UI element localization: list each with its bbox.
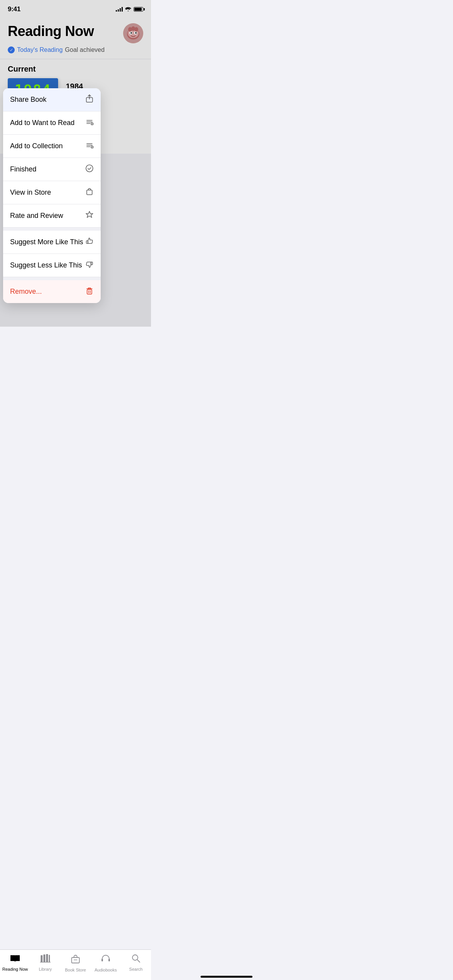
menu-item-want-to-read-label: Add to Want to Read: [10, 119, 74, 127]
menu-item-remove[interactable]: Remove...: [3, 280, 101, 303]
thumbs-up-icon: [85, 237, 94, 247]
menu-separator-2: [3, 277, 101, 280]
context-menu: Share Book Add to Want to Read Add to Co…: [3, 88, 101, 303]
menu-item-view-store-label: View in Store: [10, 188, 51, 197]
menu-item-view-store[interactable]: View in Store: [3, 181, 101, 204]
menu-item-share-book-label: Share Book: [10, 96, 46, 104]
svg-rect-31: [87, 290, 92, 294]
menu-item-add-collection[interactable]: Add to Collection: [3, 135, 101, 158]
svg-rect-29: [86, 241, 88, 243]
menu-item-finished[interactable]: Finished: [3, 158, 101, 181]
thumbs-down-icon: [85, 260, 94, 271]
menu-separator: [3, 228, 101, 231]
finished-check-icon: [85, 164, 94, 175]
menu-item-rate-review[interactable]: Rate and Review: [3, 204, 101, 228]
menu-item-want-to-read[interactable]: Add to Want to Read: [3, 111, 101, 135]
menu-item-suggest-less[interactable]: Suggest Less Like This: [3, 254, 101, 277]
menu-item-share-book[interactable]: Share Book: [3, 88, 101, 111]
menu-item-rate-review-label: Rate and Review: [10, 212, 63, 220]
add-collection-icon: [85, 141, 94, 151]
svg-point-27: [86, 165, 93, 172]
menu-item-add-collection-label: Add to Collection: [10, 142, 63, 150]
menu-item-suggest-more[interactable]: Suggest More Like This: [3, 231, 101, 254]
store-icon: [85, 187, 94, 198]
menu-item-suggest-less-label: Suggest Less Like This: [10, 261, 82, 269]
svg-rect-28: [87, 190, 92, 195]
share-icon: [85, 94, 94, 105]
menu-item-suggest-more-label: Suggest More Like This: [10, 238, 83, 246]
menu-item-finished-label: Finished: [10, 165, 36, 173]
star-icon: [85, 211, 94, 221]
add-to-list-icon: [85, 118, 94, 128]
trash-icon: [85, 286, 94, 297]
menu-item-remove-label: Remove...: [10, 288, 42, 296]
svg-rect-30: [91, 262, 93, 265]
